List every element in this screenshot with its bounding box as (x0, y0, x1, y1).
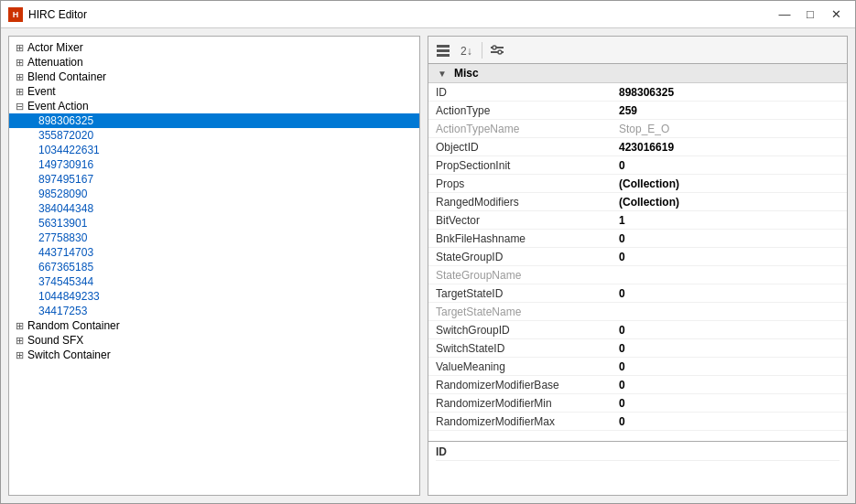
table-row[interactable]: SwitchStateID0 (428, 339, 847, 358)
info-label: ID (436, 445, 840, 461)
prop-value: 0 (612, 359, 847, 375)
prop-value: 0 (612, 340, 847, 357)
table-row[interactable]: Props(Collection) (428, 175, 847, 193)
tree-item[interactable]: 1034422631 (9, 143, 419, 157)
tree-item[interactable]: 98528090 (9, 187, 419, 201)
prop-name: BnkFileHashname (428, 231, 612, 247)
table-row[interactable]: ObjectID423016619 (428, 138, 847, 156)
settings-button[interactable] (486, 40, 508, 60)
tree-item[interactable]: 27758830 (9, 231, 419, 245)
tree-item[interactable]: ⊞Blend Container (9, 70, 419, 84)
window-controls: — □ ✕ (773, 5, 848, 25)
svg-rect-2 (437, 54, 450, 57)
tree-item[interactable]: 898306325 (9, 113, 419, 128)
properties-header: ▼ Misc (428, 64, 847, 83)
table-row[interactable]: RandomizerModifierMin0 (428, 394, 847, 413)
prop-value: 0 (612, 322, 847, 338)
tree-item-label: Switch Container (27, 349, 111, 361)
window-title: HIRC Editor (28, 8, 773, 21)
table-row[interactable]: BnkFileHashname0 (428, 230, 847, 248)
tree-panel[interactable]: ⊞Actor Mixer⊞Attenuation⊞Blend Container… (8, 36, 420, 496)
minimize-button[interactable]: — (773, 5, 796, 25)
table-row[interactable]: ActionTypeNameStop_E_O (428, 120, 847, 138)
tree-item[interactable]: 897495167 (9, 172, 419, 187)
tree-item-label: Random Container (27, 319, 120, 332)
tree-item-label: 443714703 (38, 246, 93, 259)
right-panel: 2↓ ▼ Misc I (428, 36, 848, 496)
tree-item-label: 355872020 (38, 129, 93, 142)
main-content: ⊞Actor Mixer⊞Attenuation⊞Blend Container… (1, 28, 855, 503)
table-row[interactable]: ActionType259 (428, 102, 847, 120)
settings-icon (490, 43, 504, 58)
collapse-button[interactable]: ▼ (436, 67, 449, 80)
table-row[interactable]: StateGroupName (428, 266, 847, 284)
tree-item[interactable]: ⊞Actor Mixer (9, 40, 419, 55)
tree-expand-icon: ⊞ (13, 349, 26, 361)
properties-toolbar: 2↓ (428, 36, 848, 63)
tree-item[interactable]: 56313901 (9, 216, 419, 231)
tree-item-label: Sound SFX (27, 334, 83, 347)
tree-item[interactable]: 34417253 (9, 304, 419, 318)
main-window: H HIRC Editor — □ ✕ ⊞Actor Mixer⊞Attenua… (0, 0, 856, 504)
tree-item[interactable]: ⊞Random Container (9, 318, 419, 333)
prop-value: 0 (612, 249, 847, 265)
tree-expand-icon: ⊞ (13, 85, 26, 98)
table-row[interactable]: PropSectionInit0 (428, 156, 847, 175)
tree-item[interactable]: 1044849233 (9, 289, 419, 304)
prop-name: RandomizerModifierMin (428, 395, 612, 412)
tree-expand-icon: ⊞ (13, 56, 26, 69)
properties-panel[interactable]: ▼ Misc ID898306325ActionType259ActionTyp… (428, 63, 848, 441)
prop-value: Stop_E_O (612, 121, 847, 137)
tree-item[interactable]: 667365185 (9, 260, 419, 274)
tree-item[interactable]: ⊞Switch Container (9, 348, 419, 362)
table-row[interactable]: ID898306325 (428, 83, 847, 102)
table-row[interactable]: ValueMeaning0 (428, 358, 847, 376)
prop-name: StateGroupID (428, 249, 612, 265)
tree-item[interactable]: ⊞Attenuation (9, 55, 419, 70)
table-row[interactable]: RangedModifiers(Collection) (428, 193, 847, 211)
table-row[interactable]: RandomizerModifierBase0 (428, 376, 847, 394)
prop-value: 0 (612, 231, 847, 247)
table-row[interactable]: BitVector1 (428, 211, 847, 230)
tree-item[interactable]: 443714703 (9, 245, 419, 260)
tree-item-label: Attenuation (27, 56, 83, 69)
tree-item-label: Blend Container (27, 70, 106, 83)
table-row[interactable]: TargetStateID0 (428, 284, 847, 303)
table-row[interactable]: StateGroupID0 (428, 248, 847, 266)
prop-name: RangedModifiers (428, 194, 612, 210)
sort-button[interactable]: 2↓ (456, 40, 478, 60)
prop-value: (Collection) (612, 176, 847, 192)
table-row[interactable]: SwitchGroupID0 (428, 321, 847, 339)
tree-item[interactable]: ⊞Event (9, 84, 419, 99)
tree-item[interactable]: 149730916 (9, 157, 419, 172)
svg-point-7 (498, 50, 502, 54)
tree-item-label: 98528090 (38, 188, 87, 200)
table-row[interactable]: RandomizerModifierMax0 (428, 413, 847, 431)
tree-item-label: 898306325 (38, 114, 93, 127)
svg-point-6 (493, 46, 496, 49)
tree-item[interactable]: ⊟Event Action (9, 99, 419, 113)
sort-icon: 2↓ (460, 43, 474, 58)
list-view-button[interactable] (432, 40, 454, 60)
prop-name: ActionTypeName (428, 121, 612, 137)
tree-expand-icon: ⊞ (13, 334, 26, 347)
tree-item[interactable]: 374545344 (9, 274, 419, 289)
prop-name: PropSectionInit (428, 157, 612, 174)
prop-value: 0 (612, 377, 847, 393)
tree-item[interactable]: 384044348 (9, 201, 419, 216)
prop-name: ActionType (428, 102, 612, 119)
tree-item[interactable]: ⊞Sound SFX (9, 333, 419, 348)
tree-item[interactable]: 355872020 (9, 128, 419, 143)
tree-item-label: 384044348 (38, 202, 93, 215)
tree-item-label: Event (27, 85, 56, 98)
tree-item-label: 27758830 (38, 231, 87, 244)
prop-name: RandomizerModifierMax (428, 413, 612, 430)
prop-value: (Collection) (612, 194, 847, 210)
tree-item-label: 667365185 (38, 261, 93, 273)
prop-value: 0 (612, 285, 847, 302)
list-icon (436, 43, 450, 58)
maximize-button[interactable]: □ (798, 5, 822, 25)
close-button[interactable]: ✕ (824, 5, 848, 25)
tree-item-label: 1034422631 (38, 144, 100, 156)
table-row[interactable]: TargetStateName (428, 303, 847, 321)
